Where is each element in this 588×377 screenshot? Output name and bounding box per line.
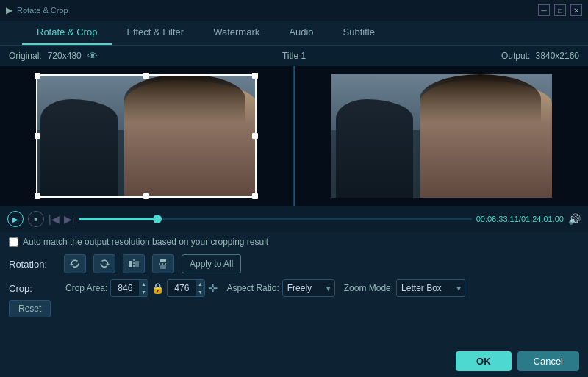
svg-rect-3	[160, 259, 166, 262]
crop-overlay[interactable]	[36, 74, 257, 198]
title-bar-left: ▶ Rotate & Crop	[6, 5, 68, 15]
crop-height-up[interactable]: ▲	[196, 280, 204, 288]
zoom-mode-group: Zoom Mode: Letter Box Pan & Scan Full ▼	[344, 279, 465, 297]
crop-area-label: Crop Area:	[65, 283, 107, 293]
info-left: Original: 720x480 👁	[9, 50, 98, 62]
svg-rect-1	[135, 261, 139, 267]
tab-subtitle[interactable]: Subtitle	[329, 21, 390, 45]
crop-handle-bottommid[interactable]	[143, 193, 149, 199]
tab-watermark[interactable]: Watermark	[198, 21, 274, 45]
progress-fill	[79, 218, 157, 220]
aspect-ratio-label: Aspect Ratio:	[226, 283, 279, 293]
eye-icon[interactable]: 👁	[87, 50, 98, 62]
rotation-label: Rotation:	[9, 259, 57, 270]
title-bar-controls: ─ □ ✕	[538, 4, 582, 16]
crosshair-icon[interactable]: ✛	[208, 281, 218, 295]
original-label: Original:	[9, 51, 42, 61]
progress-handle[interactable]	[153, 215, 162, 223]
progress-bar[interactable]	[79, 218, 471, 220]
rotate-ccw-button[interactable]	[64, 254, 86, 273]
film-scene-right	[331, 74, 552, 198]
next-button[interactable]: ▶|	[64, 213, 75, 225]
video-frame-right	[331, 74, 552, 198]
auto-match-checkbox[interactable]	[9, 237, 18, 247]
preview-left	[0, 66, 294, 206]
crop-height-spinners: ▲ ▼	[196, 280, 204, 296]
crop-handle-bottomleft[interactable]	[35, 193, 40, 199]
aspect-ratio-select[interactable]: Freely 16:9 4:3 1:1 Custom	[282, 279, 335, 297]
controls-section: Rotation:	[0, 251, 588, 322]
crop-handle-topright[interactable]	[252, 73, 258, 79]
prev-button[interactable]: |◀	[49, 213, 60, 225]
output-label: Output:	[501, 51, 530, 61]
zoom-mode-select[interactable]: Letter Box Pan & Scan Full	[396, 279, 465, 297]
app-title: Rotate & Crop	[17, 6, 68, 15]
crop-handle-midright[interactable]	[252, 133, 258, 139]
zoom-mode-label: Zoom Mode:	[344, 283, 393, 293]
play-button[interactable]: ▶	[7, 211, 24, 227]
minimize-button[interactable]: ─	[538, 4, 550, 16]
crop-handle-topleft[interactable]	[35, 73, 40, 79]
crop-width-spinners: ▲ ▼	[139, 280, 148, 296]
cancel-button[interactable]: Cancel	[517, 351, 579, 371]
playback-bar: ▶ ■ |◀ ▶| 00:06:33.11/01:24:01.00 🔊	[0, 206, 588, 232]
rotate-cw-button[interactable]	[93, 254, 115, 273]
ok-button[interactable]: OK	[456, 351, 512, 371]
tab-audio[interactable]: Audio	[274, 21, 328, 45]
flip-vertical-button[interactable]	[152, 254, 174, 273]
crop-width-input-wrap: ▲ ▼	[110, 279, 148, 297]
crop-height-down[interactable]: ▼	[196, 288, 204, 296]
crop-handle-topmid[interactable]	[143, 73, 149, 79]
auto-match-label: Auto match the output resolution based o…	[23, 237, 268, 247]
tab-effect-filter[interactable]: Effect & Filter	[112, 21, 198, 45]
flip-horizontal-button[interactable]	[123, 254, 145, 273]
info-right: Output: 3840x2160	[501, 51, 579, 61]
crop-width-up[interactable]: ▲	[139, 280, 148, 288]
crop-handle-bottomright[interactable]	[252, 193, 258, 199]
checkbox-row: Auto match the output resolution based o…	[0, 232, 588, 251]
crop-height-input-wrap: ▲ ▼	[167, 279, 205, 297]
crop-area-group: Crop Area: ▲ ▼ 🔒 ▲ ▼ ✛	[65, 279, 218, 297]
stop-button[interactable]: ■	[28, 211, 44, 227]
aspect-ratio-select-wrap: Freely 16:9 4:3 1:1 Custom ▼	[282, 279, 335, 297]
footer: OK Cancel	[0, 345, 588, 377]
tab-bar: Rotate & Crop Effect & Filter Watermark …	[0, 21, 588, 46]
reset-button[interactable]: Reset	[9, 300, 51, 317]
title-bar: ▶ Rotate & Crop ─ □ ✕	[0, 0, 588, 21]
output-resolution: 3840x2160	[536, 51, 579, 61]
info-bar: Original: 720x480 👁 Title 1 Output: 3840…	[0, 46, 588, 66]
aspect-ratio-group: Aspect Ratio: Freely 16:9 4:3 1:1 Custom…	[226, 279, 334, 297]
svg-rect-4	[160, 265, 166, 269]
app-icon: ▶	[6, 5, 12, 15]
preview-right	[295, 66, 588, 206]
preview-area	[0, 66, 588, 206]
tab-rotate-crop[interactable]: Rotate & Crop	[22, 21, 112, 45]
rotation-row: Rotation:	[9, 254, 579, 273]
close-button[interactable]: ✕	[570, 4, 582, 16]
zoom-mode-select-wrap: Letter Box Pan & Scan Full ▼	[396, 279, 465, 297]
video-frame-left	[36, 74, 257, 198]
time-display: 00:06:33.11/01:24:01.00	[476, 215, 564, 223]
crop-row: Crop: Crop Area: ▲ ▼ 🔒 ▲ ▼ ✛	[9, 279, 579, 297]
volume-icon[interactable]: 🔊	[568, 213, 581, 225]
svg-rect-0	[129, 261, 132, 267]
maximize-button[interactable]: □	[554, 4, 566, 16]
crop-handle-midleft[interactable]	[35, 133, 40, 139]
crop-width-input[interactable]	[111, 283, 139, 293]
crop-label: Crop:	[9, 283, 57, 294]
original-resolution: 720x480	[48, 51, 82, 61]
video-title: Title 1	[282, 51, 306, 61]
crop-width-down[interactable]: ▼	[139, 288, 148, 296]
lock-icon[interactable]: 🔒	[151, 282, 164, 294]
apply-to-all-button[interactable]: Apply to All	[182, 254, 241, 273]
crop-height-input[interactable]	[168, 283, 196, 293]
